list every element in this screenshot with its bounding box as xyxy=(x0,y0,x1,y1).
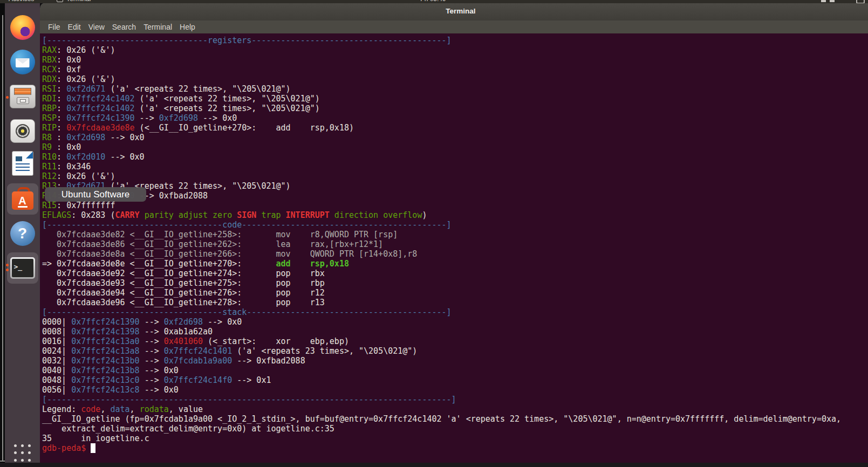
menu-item-terminal[interactable]: Terminal xyxy=(140,22,176,32)
terminal-line: 0x7fcdaae3de86 <__GI__IO_getline+262>: l… xyxy=(42,239,868,249)
menu-item-help[interactable]: Help xyxy=(176,22,199,32)
firefox-icon xyxy=(10,15,35,40)
dock: A ? >_ xyxy=(5,3,40,463)
terminal-line: R15: 0x7fffffff xyxy=(42,201,868,210)
titlebar[interactable]: Terminal xyxy=(40,3,868,20)
window-title: Terminal xyxy=(40,7,868,15)
terminal-line: 35 in iogetline.c xyxy=(42,434,868,443)
terminal-line: R13: 0xf2d671 ('a' <repeats 22 times>, "… xyxy=(42,181,868,191)
terminal-line: RCX: 0xf xyxy=(42,65,868,74)
terminal-line: Legend: code, data, rodata, value xyxy=(42,404,868,414)
terminal-line: 0040| 0x7ffcf24c13b8 --> 0x0 xyxy=(42,366,868,375)
terminal-line: [------------------------------------sta… xyxy=(42,307,868,317)
dock-item-firefox[interactable] xyxy=(7,12,38,43)
files-icon xyxy=(10,85,36,108)
help-icon: ? xyxy=(10,221,35,246)
tray-icon xyxy=(821,0,826,2)
show-applications-icon xyxy=(12,442,33,464)
dock-item-libreoffice-writer[interactable] xyxy=(7,148,38,179)
terminal-line: R12: 0x26 ('&') xyxy=(42,171,868,181)
cursor xyxy=(91,443,95,453)
terminal-line: RSI: 0xf2d671 ('a' <repeats 22 times>, "… xyxy=(42,84,868,94)
terminal-line: R14: 0x7fcdab1a9a00 --> 0xfbad2088 xyxy=(42,191,868,201)
background-window-corner xyxy=(0,461,5,462)
terminal-icon: >_ xyxy=(10,257,35,279)
terminal-line: EFLAGS: 0x283 (CARRY parity adjust zero … xyxy=(42,210,868,220)
clock[interactable]: Fri 05:49 xyxy=(420,0,446,3)
tray-icon xyxy=(830,0,835,2)
terminal-line: 0048| 0x7ffcf24c13c0 --> 0x7ffcf24c14f0 … xyxy=(42,375,868,385)
terminal-line: RDI: 0x7ffcf24c1402 ('a' <repeats 22 tim… xyxy=(42,94,868,104)
terminal-line: extract_delim=extract_delim@entry=0x0) a… xyxy=(42,424,868,434)
terminal-line: gdb-peda$ xyxy=(42,443,868,453)
running-indicator xyxy=(6,269,9,271)
terminal-line: 0x7fcdaae3de8a <__GI__IO_getline+266>: m… xyxy=(42,249,868,259)
terminal-line: [------------------------------------cod… xyxy=(42,220,868,230)
activities-button[interactable]: Activities xyxy=(9,0,34,3)
thunderbird-icon xyxy=(10,50,35,74)
terminal-line: [---------------------------------regist… xyxy=(42,36,868,45)
menubar: FileEditViewSearchTerminalHelp xyxy=(40,20,868,33)
screen-edge xyxy=(0,0,5,467)
terminal-line: RIP: 0x7fcdaae3de8e (<__GI__IO_getline+2… xyxy=(42,123,868,133)
terminal-line: => 0x7fcdaae3de8e <__GI__IO_getline+270>… xyxy=(42,259,868,269)
system-top-bar: Activities Terminal Fri 05:49 xyxy=(0,0,868,3)
rhythmbox-icon xyxy=(10,119,35,143)
terminal-line: __GI__IO_getline (fp=0x7fcdab1a9a00 <_IO… xyxy=(42,414,868,424)
dock-item-help[interactable]: ? xyxy=(7,218,38,249)
terminal-line: RBP: 0x7ffcf24c1402 ('a' <repeats 22 tim… xyxy=(42,104,868,113)
terminal-window-icon xyxy=(57,0,63,2)
terminal-line: R9 : 0x0 xyxy=(42,142,868,152)
dock-item-terminal[interactable]: >_ xyxy=(7,252,38,284)
terminal-line: R10: 0xf2d010 --> 0x0 xyxy=(42,152,868,162)
libreoffice-writer-icon xyxy=(12,151,33,176)
menu-item-edit[interactable]: Edit xyxy=(64,22,85,32)
background-window-edge xyxy=(2,15,3,462)
terminal-line: R11: 0x346 xyxy=(42,162,868,171)
focused-app-menu[interactable]: Terminal xyxy=(57,0,91,3)
system-tray[interactable] xyxy=(821,0,835,2)
power-icon[interactable] xyxy=(856,0,865,3)
terminal-line: 0024| 0x7ffcf24c13a8 --> 0x7ffcf24c1401 … xyxy=(42,346,868,356)
dock-item-ubuntu-software[interactable]: A xyxy=(7,183,38,215)
running-indicator xyxy=(6,264,9,266)
terminal-line: [---------------------------------------… xyxy=(42,395,868,404)
running-indicator xyxy=(6,96,9,99)
menu-item-file[interactable]: File xyxy=(44,22,64,32)
terminal-line: RAX: 0x26 ('&') xyxy=(42,45,868,55)
terminal-body[interactable]: [---------------------------------regist… xyxy=(40,33,868,463)
terminal-line: RSP: 0x7ffcf24c1390 --> 0xf2d698 --> 0x0 xyxy=(42,113,868,123)
terminal-line: 0x7fcdaae3de96 <__GI__IO_getline+278>: p… xyxy=(42,298,868,307)
menu-item-view[interactable]: View xyxy=(85,22,108,32)
dock-item-thunderbird[interactable] xyxy=(7,46,38,78)
terminal-line: 0016| 0x7ffcf24c13a0 --> 0x401060 (<_sta… xyxy=(42,336,868,346)
dock-item-files[interactable] xyxy=(7,81,38,112)
terminal-line: 0000| 0x7ffcf24c1390 --> 0xf2d698 --> 0x… xyxy=(42,317,868,327)
bottom-screen-band xyxy=(0,463,868,467)
terminal-line: 0x7fcdaae3de92 <__GI__IO_getline+274>: p… xyxy=(42,269,868,278)
ubuntu-software-icon: A xyxy=(10,187,35,211)
terminal-line: 0x7fcdaae3de94 <__GI__IO_getline+276>: p… xyxy=(42,288,868,298)
terminal-line: 0008| 0x7ffcf24c1398 --> 0xab1a62a0 xyxy=(42,327,868,336)
terminal-line: 0032| 0x7ffcf24c13b0 --> 0x7fcdab1a9a00 … xyxy=(42,356,868,366)
menu-item-search[interactable]: Search xyxy=(108,22,140,32)
dock-tooltip: Ubuntu Software xyxy=(45,187,146,202)
terminal-line: 0x7fcdaae3de93 <__GI__IO_getline+275>: p… xyxy=(42,278,868,288)
terminal-line: RDX: 0x26 ('&') xyxy=(42,74,868,84)
show-applications-button[interactable] xyxy=(7,441,38,465)
terminal-window: Terminal FileEditViewSearchTerminalHelp … xyxy=(40,3,868,463)
terminal-line: 0x7fcdaae3de82 <__GI__IO_getline+258>: m… xyxy=(42,230,868,239)
terminal-line: 0056| 0x7ffcf24c13c8 --> 0x0 xyxy=(42,385,868,395)
terminal-output[interactable]: [---------------------------------regist… xyxy=(42,36,868,453)
terminal-line: R8 : 0xf2d698 --> 0x0 xyxy=(42,133,868,142)
dock-item-rhythmbox[interactable] xyxy=(7,115,38,147)
terminal-line: RBX: 0x0 xyxy=(42,55,868,65)
